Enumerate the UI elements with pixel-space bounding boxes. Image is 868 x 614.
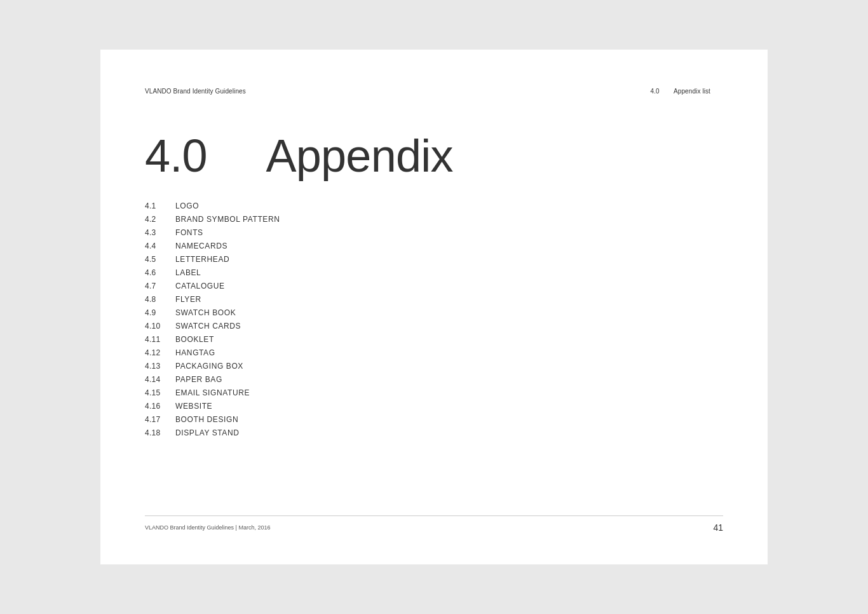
item-label: BRAND SYMBOL PATTERN xyxy=(175,215,280,224)
footer-brand: VLANDO Brand Identity Guidelines | March… xyxy=(145,524,270,531)
item-label: CATALOGUE xyxy=(175,282,225,290)
header-section-right: 4.0 Appendix list xyxy=(650,88,723,95)
header-section-label: Appendix list xyxy=(674,88,710,95)
page-header: VLANDO Brand Identity Guidelines 4.0 App… xyxy=(145,88,723,95)
appendix-list-item: 4.7CATALOGUE xyxy=(145,282,723,290)
item-label: EMAIL SIGNATURE xyxy=(175,388,250,397)
appendix-list-item: 4.10SWATCH CARDS xyxy=(145,322,723,331)
item-number: 4.11 xyxy=(145,335,175,344)
item-number: 4.5 xyxy=(145,255,175,264)
item-number: 4.18 xyxy=(145,428,175,437)
item-label: WEBSITE xyxy=(175,402,212,411)
appendix-list-item: 4.17BOOTH DESIGN xyxy=(145,415,723,424)
appendix-list-item: 4.2BRAND SYMBOL PATTERN xyxy=(145,215,723,224)
item-number: 4.13 xyxy=(145,362,175,371)
item-label: SWATCH BOOK xyxy=(175,308,236,317)
item-number: 4.10 xyxy=(145,322,175,331)
appendix-list-item: 4.1LOGO xyxy=(145,201,723,210)
appendix-list-item: 4.15EMAIL SIGNATURE xyxy=(145,388,723,397)
appendix-list-item: 4.4NAMECARDS xyxy=(145,242,723,250)
appendix-list-item: 4.16WEBSITE xyxy=(145,402,723,411)
item-label: LABEL xyxy=(175,268,201,277)
page-title: 4.0 Appendix xyxy=(145,133,723,179)
item-number: 4.14 xyxy=(145,375,175,384)
item-label: PAPER BAG xyxy=(175,375,222,384)
item-number: 4.6 xyxy=(145,268,175,277)
header-section-number: 4.0 xyxy=(650,88,659,95)
item-label: NAMECARDS xyxy=(175,242,227,250)
item-number: 4.9 xyxy=(145,308,175,317)
appendix-list-item: 4.8FLYER xyxy=(145,295,723,304)
item-number: 4.8 xyxy=(145,295,175,304)
header-brand-left: VLANDO Brand Identity Guidelines xyxy=(145,88,246,95)
appendix-list-item: 4.14PAPER BAG xyxy=(145,375,723,384)
item-number: 4.12 xyxy=(145,348,175,357)
appendix-list-item: 4.9SWATCH BOOK xyxy=(145,308,723,317)
appendix-list-item: 4.13PACKAGING BOX xyxy=(145,362,723,371)
document-page: VLANDO Brand Identity Guidelines 4.0 App… xyxy=(100,50,768,564)
item-number: 4.7 xyxy=(145,282,175,290)
main-content: 4.0 Appendix 4.1LOGO4.2BRAND SYMBOL PATT… xyxy=(145,133,723,515)
appendix-list-item: 4.11BOOKLET xyxy=(145,335,723,344)
footer-page-number: 41 xyxy=(713,522,723,533)
item-label: LETTERHEAD xyxy=(175,255,229,264)
item-label: SWATCH CARDS xyxy=(175,322,241,331)
item-label: BOOTH DESIGN xyxy=(175,415,238,424)
appendix-list-item: 4.5LETTERHEAD xyxy=(145,255,723,264)
item-number: 4.15 xyxy=(145,388,175,397)
item-number: 4.2 xyxy=(145,215,175,224)
appendix-list-item: 4.3FONTS xyxy=(145,228,723,237)
appendix-list-item: 4.18DISPLAY STAND xyxy=(145,428,723,437)
item-number: 4.4 xyxy=(145,242,175,250)
appendix-list-item: 4.12HANGTAG xyxy=(145,348,723,357)
item-number: 4.17 xyxy=(145,415,175,424)
item-number: 4.16 xyxy=(145,402,175,411)
item-label: BOOKLET xyxy=(175,335,214,344)
appendix-list-item: 4.6LABEL xyxy=(145,268,723,277)
page-footer: VLANDO Brand Identity Guidelines | March… xyxy=(145,515,723,533)
item-label: LOGO xyxy=(175,201,199,210)
item-number: 4.1 xyxy=(145,201,175,210)
title-number: 4.0 xyxy=(145,130,207,181)
item-label: HANGTAG xyxy=(175,348,215,357)
item-label: PACKAGING BOX xyxy=(175,362,243,371)
item-number: 4.3 xyxy=(145,228,175,237)
item-label: DISPLAY STAND xyxy=(175,428,240,437)
item-label: FLYER xyxy=(175,295,201,304)
item-label: FONTS xyxy=(175,228,203,237)
title-text: Appendix xyxy=(266,130,452,181)
appendix-list: 4.1LOGO4.2BRAND SYMBOL PATTERN4.3FONTS4.… xyxy=(145,201,723,437)
